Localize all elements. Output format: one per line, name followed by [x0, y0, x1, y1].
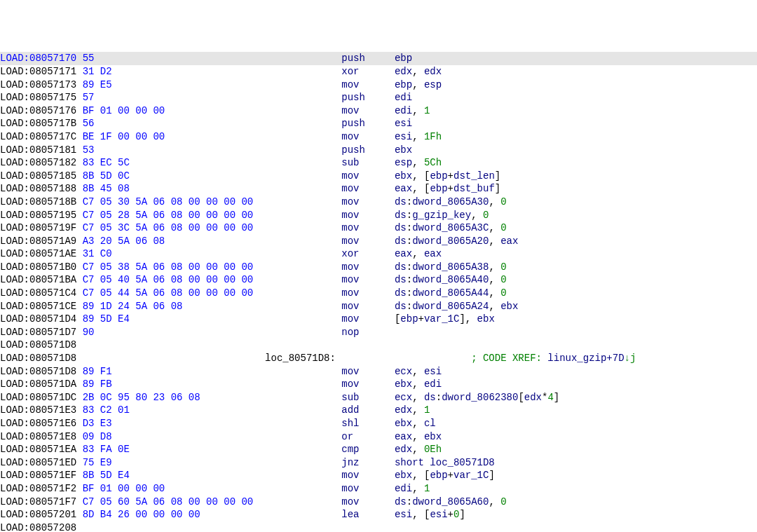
- disassembly-view[interactable]: LOAD:08057170 55 push ebpLOAD:08057171 3…: [0, 52, 757, 532]
- disasm-line[interactable]: LOAD:080571DC 2B 0C 95 80 23 06 08 sub e…: [0, 391, 757, 404]
- disasm-line[interactable]: LOAD:080571B0 C7 05 38 5A 06 08 00 00 00…: [0, 261, 757, 274]
- line-address[interactable]: LOAD:080571DA: [0, 378, 76, 390]
- line-address[interactable]: LOAD:0805717B: [0, 118, 76, 129]
- line-address[interactable]: LOAD:080571DC: [0, 392, 76, 403]
- operand-punct: :: [407, 210, 412, 221]
- disasm-line[interactable]: LOAD:08057173 89 E5 mov ebp, esp: [0, 79, 757, 92]
- disasm-line[interactable]: LOAD:080571DA 89 FB mov ebx, edi: [0, 378, 757, 391]
- operand-identifier[interactable]: var_1C: [453, 470, 489, 481]
- disasm-line[interactable]: LOAD:0805717B 56 push esi: [0, 117, 757, 130]
- operand-identifier[interactable]: dword_8062380: [442, 392, 518, 403]
- disasm-line[interactable]: LOAD:080571E8 09 D8 or eax, ebx: [0, 430, 757, 444]
- mnemonic: mov: [341, 79, 359, 90]
- line-address[interactable]: LOAD:08057175: [0, 92, 76, 103]
- line-address[interactable]: LOAD:08057171: [0, 66, 76, 77]
- disasm-line[interactable]: LOAD:08057185 8B 5D 0C mov ebx, [ebp+dst…: [0, 170, 757, 183]
- disasm-line[interactable]: LOAD:080571EA 83 FA 0E cmp edx, 0Eh: [0, 443, 757, 456]
- disasm-line[interactable]: LOAD:08057176 BF 01 00 00 00 mov edi, 1: [0, 104, 757, 118]
- line-address[interactable]: LOAD:080571D8: [0, 339, 76, 350]
- disasm-line[interactable]: LOAD:08057208: [0, 521, 757, 532]
- line-address[interactable]: LOAD:08057182: [0, 157, 76, 168]
- line-address[interactable]: LOAD:0805717C: [0, 131, 76, 142]
- line-address[interactable]: LOAD:08057176: [0, 105, 76, 116]
- code-label[interactable]: loc_80571D8:: [265, 353, 336, 364]
- line-address[interactable]: LOAD:08057201: [0, 509, 76, 520]
- line-address[interactable]: LOAD:080571E6: [0, 418, 76, 429]
- disasm-line[interactable]: LOAD:080571A9 A3 20 5A 06 08 mov ds:dwor…: [0, 235, 757, 248]
- line-address[interactable]: LOAD:080571D8: [0, 353, 76, 364]
- line-address[interactable]: LOAD:080571E3: [0, 404, 76, 416]
- line-address[interactable]: LOAD:0805718B: [0, 196, 76, 207]
- line-address[interactable]: LOAD:08057188: [0, 183, 76, 194]
- disasm-line[interactable]: LOAD:080571E6 D3 E3 shl ebx, cl: [0, 417, 757, 430]
- disasm-line[interactable]: LOAD:080571D8 loc_80571D8: ; CODE XREF: …: [0, 352, 757, 365]
- operand-identifier[interactable]: dword_8065A20: [412, 236, 489, 247]
- line-address[interactable]: LOAD:08057208: [0, 522, 76, 532]
- line-address[interactable]: LOAD:08057181: [0, 144, 76, 156]
- line-address[interactable]: LOAD:080571D7: [0, 327, 76, 338]
- disasm-line[interactable]: LOAD:08057201 8D B4 26 00 00 00 00 lea e…: [0, 508, 757, 521]
- disasm-line[interactable]: LOAD:080571BA C7 05 40 5A 06 08 00 00 00…: [0, 273, 757, 287]
- operand-identifier[interactable]: dword_8065A60: [412, 496, 489, 507]
- line-address[interactable]: LOAD:080571CE: [0, 301, 76, 312]
- disasm-line[interactable]: LOAD:08057188 8B 45 08 mov eax, [ebp+dst…: [0, 182, 757, 196]
- line-address[interactable]: LOAD:080571EA: [0, 444, 76, 455]
- disasm-line[interactable]: LOAD:080571D8: [0, 339, 757, 352]
- disasm-line[interactable]: LOAD:080571EF 8B 5D E4 mov ebx, [ebp+var…: [0, 469, 757, 482]
- operand-identifier[interactable]: dword_8065A38: [412, 261, 489, 273]
- disasm-line[interactable]: LOAD:08057171 31 D2 xor edx, edx: [0, 65, 757, 79]
- operand-register: edi: [424, 378, 442, 390]
- disasm-line[interactable]: LOAD:080571D8 89 F1 mov ecx, esi: [0, 365, 757, 378]
- operand-identifier[interactable]: dword_8065A44: [412, 287, 489, 299]
- line-address[interactable]: LOAD:080571ED: [0, 457, 76, 468]
- disasm-line[interactable]: LOAD:080571CE 89 1D 24 5A 06 08 mov ds:d…: [0, 300, 757, 313]
- operand-identifier[interactable]: dst_buf: [453, 183, 495, 194]
- operand-identifier[interactable]: dword_8065A30: [412, 196, 489, 207]
- disasm-line[interactable]: LOAD:08057170 55 push ebp: [0, 52, 757, 65]
- line-address[interactable]: LOAD:080571C4: [0, 287, 76, 299]
- operand-identifier[interactable]: g_gzip_key: [412, 210, 471, 221]
- disasm-line[interactable]: LOAD:080571C4 C7 05 44 5A 06 08 00 00 00…: [0, 287, 757, 300]
- line-address[interactable]: LOAD:08057195: [0, 210, 76, 221]
- line-address[interactable]: LOAD:080571D4: [0, 313, 76, 325]
- disasm-line[interactable]: LOAD:0805717C BE 1F 00 00 00 mov esi, 1F…: [0, 130, 757, 144]
- operand-identifier[interactable]: dst_len: [453, 170, 495, 182]
- line-address[interactable]: LOAD:080571EF: [0, 470, 76, 481]
- disasm-line[interactable]: LOAD:080571ED 75 E9 jnz short loc_80571D…: [0, 456, 757, 470]
- disasm-line[interactable]: LOAD:08057181 53 push ebx: [0, 144, 757, 157]
- disasm-line[interactable]: LOAD:080571E3 83 C2 01 add edx, 1: [0, 404, 757, 417]
- line-address[interactable]: LOAD:080571AE: [0, 248, 76, 259]
- operand-immediate: 1: [424, 404, 430, 416]
- disasm-line[interactable]: LOAD:080571D4 89 5D E4 mov [ebp+var_1C],…: [0, 313, 757, 326]
- operand-identifier[interactable]: var_1C: [424, 313, 459, 325]
- line-address[interactable]: LOAD:08057173: [0, 79, 76, 90]
- line-address[interactable]: LOAD:08057185: [0, 170, 76, 182]
- operand-identifier[interactable]: dword_8065A3C: [412, 222, 489, 233]
- line-address[interactable]: LOAD:080571B0: [0, 261, 76, 273]
- line-address[interactable]: LOAD:08057170: [0, 53, 76, 64]
- disasm-line[interactable]: LOAD:080571F7 C7 05 60 5A 06 08 00 00 00…: [0, 496, 757, 509]
- disasm-line[interactable]: LOAD:080571D7 90 nop: [0, 326, 757, 339]
- disasm-line[interactable]: LOAD:08057175 57 push edi: [0, 91, 757, 104]
- disasm-line[interactable]: LOAD:0805719F C7 05 3C 5A 06 08 00 00 00…: [0, 221, 757, 235]
- disasm-line[interactable]: LOAD:080571F2 BF 01 00 00 00 mov edi, 1: [0, 482, 757, 496]
- line-address[interactable]: LOAD:080571E8: [0, 431, 76, 442]
- line-address[interactable]: LOAD:080571F2: [0, 483, 76, 494]
- hex-bytes: 83 EC 5C: [83, 157, 130, 168]
- operand-identifier[interactable]: loc_80571D8: [430, 457, 494, 468]
- line-address[interactable]: LOAD:080571F7: [0, 496, 76, 507]
- operand-identifier[interactable]: dword_8065A40: [412, 274, 489, 285]
- operand-register: esp: [424, 79, 442, 90]
- hex-bytes: 89 F1: [83, 366, 112, 377]
- operand-identifier[interactable]: dword_8065A24: [412, 301, 489, 312]
- disasm-line[interactable]: LOAD:08057182 83 EC 5C sub esp, 5Ch: [0, 156, 757, 170]
- line-address[interactable]: LOAD:0805719F: [0, 222, 76, 233]
- disasm-line[interactable]: LOAD:0805718B C7 05 30 5A 06 08 00 00 00…: [0, 196, 757, 209]
- line-address[interactable]: LOAD:080571D8: [0, 366, 76, 377]
- xref-symbol[interactable]: linux_gzip+7D: [547, 353, 624, 364]
- line-address[interactable]: LOAD:080571BA: [0, 274, 76, 285]
- hex-bytes: 75 E9: [83, 457, 112, 468]
- disasm-line[interactable]: LOAD:08057195 C7 05 28 5A 06 08 00 00 00…: [0, 209, 757, 222]
- line-address[interactable]: LOAD:080571A9: [0, 236, 76, 247]
- disasm-line[interactable]: LOAD:080571AE 31 C0 xor eax, eax: [0, 247, 757, 261]
